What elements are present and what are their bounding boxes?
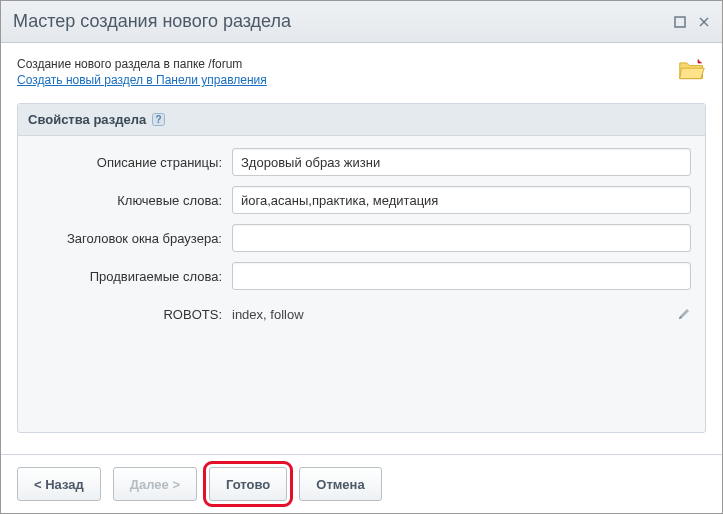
robots-value: index, follow — [232, 307, 677, 322]
label-description: Описание страницы: — [32, 155, 232, 170]
panel-header: Свойства раздела ? — [18, 104, 705, 136]
titlebar: Мастер создания нового раздела — [1, 1, 722, 43]
input-promoted[interactable] — [232, 262, 691, 290]
row-description: Описание страницы: — [32, 148, 691, 176]
label-keywords: Ключевые слова: — [32, 193, 232, 208]
intro-cp-link[interactable]: Создать новый раздел в Панели управления — [17, 73, 267, 87]
row-keywords: Ключевые слова: — [32, 186, 691, 214]
intro-text: Создание нового раздела в папке /forum С… — [17, 57, 678, 87]
row-browser-title: Заголовок окна браузера: — [32, 224, 691, 252]
dialog-title: Мастер создания нового раздела — [13, 11, 674, 32]
intro-path-text: Создание нового раздела в папке /forum — [17, 57, 678, 71]
finish-button[interactable]: Готово — [209, 467, 287, 501]
row-promoted: Продвигаемые слова: — [32, 262, 691, 290]
pencil-icon[interactable] — [677, 307, 691, 321]
dialog-footer: < Назад Далее > Готово Отмена — [1, 454, 722, 513]
svg-text:?: ? — [156, 114, 162, 125]
intro-block: Создание нового раздела в папке /forum С… — [17, 57, 706, 87]
dialog-content: Создание нового раздела в папке /forum С… — [1, 43, 722, 454]
label-robots: ROBOTS: — [32, 307, 232, 322]
close-icon[interactable] — [698, 16, 710, 28]
section-properties-panel: Свойства раздела ? Описание страницы: — [17, 103, 706, 433]
next-button: Далее > — [113, 467, 197, 501]
svg-rect-0 — [675, 17, 685, 27]
input-description[interactable] — [232, 148, 691, 176]
label-promoted: Продвигаемые слова: — [32, 269, 232, 284]
help-icon[interactable]: ? — [152, 113, 165, 126]
wizard-dialog: Мастер создания нового раздела Создание … — [0, 0, 723, 514]
maximize-icon[interactable] — [674, 16, 686, 28]
row-robots: ROBOTS: index, follow — [32, 300, 691, 328]
input-keywords[interactable] — [232, 186, 691, 214]
titlebar-controls — [674, 16, 710, 28]
panel-title: Свойства раздела — [28, 112, 146, 127]
folder-icon — [678, 57, 706, 81]
label-browser-title: Заголовок окна браузера: — [32, 231, 232, 246]
form-body: Описание страницы: Ключевые слова: Загол… — [18, 136, 705, 356]
input-browser-title[interactable] — [232, 224, 691, 252]
back-button[interactable]: < Назад — [17, 467, 101, 501]
cancel-button[interactable]: Отмена — [299, 467, 381, 501]
